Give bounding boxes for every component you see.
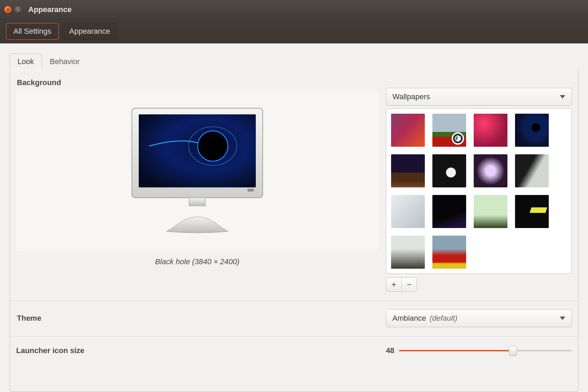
window-title: Appearance: [28, 5, 72, 14]
wallpaper-thumb-yellow-petal-black[interactable]: [515, 195, 549, 228]
chevron-down-icon: [560, 317, 565, 320]
wallpaper-thumb-magenta-warp[interactable]: [474, 114, 507, 147]
theme-label: Theme: [17, 314, 41, 323]
launcher-size-value: 48: [386, 346, 394, 355]
wallpaper-thumb-misty-forest[interactable]: [391, 236, 425, 269]
monitor-icon: [125, 105, 270, 236]
wallpaper-thumb-poppies-closeup[interactable]: [432, 236, 466, 269]
wallpaper-preview: [16, 89, 378, 251]
add-wallpaper-button[interactable]: +: [386, 278, 401, 291]
wallpaper-thumb-frosted-grass[interactable]: [515, 154, 549, 187]
wallpaper-caption: Black hole (3840 × 2400): [16, 257, 378, 266]
tabstrip: Look Behavior: [0, 43, 588, 70]
launcher-size-label: Launcher icon size: [16, 346, 84, 355]
path-toolbar: All Settings Appearance: [0, 19, 588, 43]
breadcrumb-current[interactable]: Appearance: [62, 23, 117, 40]
window-close-button[interactable]: ×: [4, 6, 12, 13]
slideshow-badge-icon: [452, 132, 464, 145]
breadcrumb-all-settings[interactable]: All Settings: [6, 23, 59, 40]
wallpaper-thumb-soap-bubble-macro[interactable]: [474, 154, 507, 187]
svg-rect-4: [248, 189, 254, 192]
tab-look[interactable]: Look: [10, 53, 42, 70]
window-minimize-button[interactable]: –: [14, 6, 22, 13]
svg-rect-1: [139, 114, 256, 187]
slider-handle[interactable]: [509, 346, 517, 355]
wallpaper-source-value: Wallpapers: [392, 92, 430, 101]
theme-dropdown[interactable]: Ambiance (default): [386, 309, 572, 327]
wallpaper-thumb-bee-on-flower[interactable]: [474, 195, 507, 228]
wallpaper-source-dropdown[interactable]: Wallpapers: [386, 88, 572, 106]
theme-value: Ambiance: [392, 314, 426, 322]
wallpaper-thumb-pocket-watch-bw[interactable]: [432, 154, 466, 187]
svg-rect-5: [189, 198, 206, 206]
theme-suffix: (default): [430, 314, 458, 322]
wallpaper-thumb-ubuntu-default[interactable]: [391, 114, 425, 147]
chevron-down-icon: [560, 95, 565, 99]
window-titlebar: × – Appearance: [0, 0, 588, 19]
wallpaper-thumb-poppies-field[interactable]: [432, 114, 466, 147]
tab-panel-look: Background: [10, 70, 578, 392]
wallpaper-grid-frame: [386, 109, 572, 274]
launcher-size-slider[interactable]: [399, 349, 572, 352]
tab-behavior[interactable]: Behavior: [42, 53, 88, 70]
svg-point-2: [198, 131, 228, 161]
wallpaper-thumb-black-hole[interactable]: [515, 114, 549, 147]
background-label: Background: [17, 78, 378, 87]
wallpaper-thumb-ice-crystals[interactable]: [391, 195, 425, 228]
wallpaper-thumb-milky-way[interactable]: [391, 154, 425, 187]
remove-wallpaper-button[interactable]: −: [401, 278, 417, 291]
wallpaper-thumb-dark-wildflowers[interactable]: [432, 195, 466, 228]
